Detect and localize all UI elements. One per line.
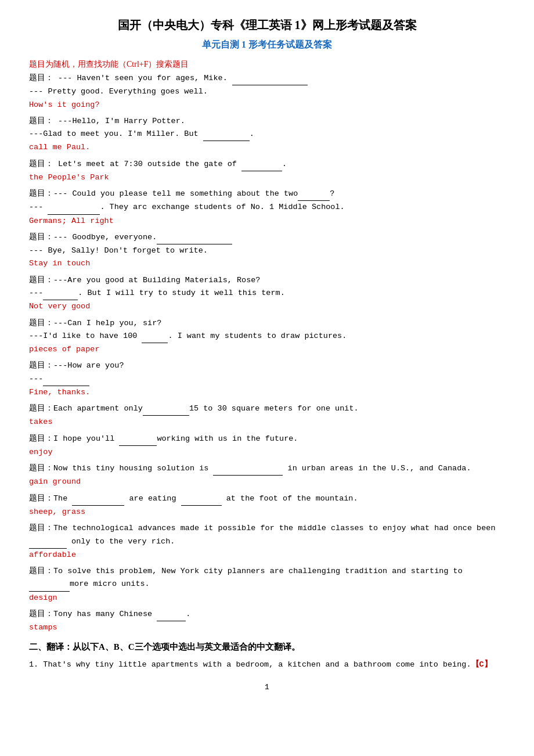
q11-answer: gain ground [29,476,505,488]
question-15: 题目：Tony has many Chinese . stamps [29,608,505,635]
q1-answer: How's it going? [29,99,505,111]
question-10: 题目：I hope you'll working with us in the … [29,433,505,459]
q5-text1: 题目：--- Goodbye, everyone. [29,231,505,244]
sub-title: 单元自测 1 形考任务试题及答案 [29,39,505,51]
q5-answer: Stay in touch [29,257,505,270]
q7-answer: pieces of paper [29,343,505,356]
question-7: 题目：---Can I help you, sir? ---I'd like t… [29,317,505,357]
question-6: 题目：---Are you good at Building Materials… [29,274,505,314]
q2-answer: call me Paul. [29,141,505,154]
q8-text2: --- [29,373,505,386]
q11-text1: 题目：Now this tiny housing solution is in … [29,462,505,476]
question-11: 题目：Now this tiny housing solution is in … [29,462,505,489]
question-13: 题目：The technological advances made it po… [29,522,505,561]
q6-text2: --- . But I will try to study it well th… [29,287,505,300]
question-12: 题目：The are eating at the foot of the mou… [29,492,505,519]
q2-text1: 题目： ---Hello, I'm Harry Potter. [29,115,505,128]
q9-answer: takes [29,416,505,429]
q4-answer: Germans; All right [29,215,505,228]
q15-text1: 题目：Tony has many Chinese . [29,608,505,621]
main-title: 国开（中央电大）专科《理工英语 1》网上形考试题及答案 [29,17,505,33]
q3-text1: 题目： Let's meet at 7:30 outside the gate … [29,158,505,171]
q1-text2: --- Pretty good. Everything goes well. [29,85,505,98]
q2-text2: ---Glad to meet you. I'm Miller. But . [29,128,505,141]
translation-item-1: 1. That's why tiny little apartments wit… [29,658,505,671]
q13-answer: affordable [29,549,505,561]
q4-text2: --- . They arc exchange students of No. … [29,201,505,214]
question-5: 题目：--- Goodbye, everyone. --- Bye, Sally… [29,231,505,271]
q1-text1: 题目： --- Haven't seen you for ages, Mike. [29,72,505,85]
question-1: 题目： --- Haven't seen you for ages, Mike.… [29,72,505,111]
question-2: 题目： ---Hello, I'm Harry Potter. ---Glad … [29,115,505,154]
question-8: 题目：---How are you? --- Fine, thanks. [29,359,505,399]
q14-answer: design [29,592,505,604]
q7-text2: ---I'd like to have 100 . I want my stud… [29,330,505,343]
question-4: 题目：--- Could you please tell me somethin… [29,188,505,228]
page-number: 1 [29,683,505,692]
q5-text2: --- Bye, Sally! Don't forget to write. [29,244,505,257]
q10-answer: enjoy [29,446,505,459]
q4-text1: 题目：--- Could you please tell me somethin… [29,188,505,201]
q6-answer: Not very good [29,300,505,313]
q12-text1: 题目：The are eating at the foot of the mou… [29,492,505,506]
q7-text1: 题目：---Can I help you, sir? [29,317,505,330]
answer-c: 【C】 [471,660,492,669]
section2-title: 二、翻译：从以下A、B、C三个选项中选出与英文最适合的中文翻译。 [29,640,505,655]
q6-text1: 题目：---Are you good at Building Materials… [29,274,505,287]
red-note: 题目为随机，用查找功能（Ctrl+F）搜索题目 [29,59,505,70]
q8-answer: Fine, thanks. [29,386,505,399]
q8-text1: 题目：---How are you? [29,359,505,372]
q15-answer: stamps [29,621,505,634]
q12-answer: sheep, grass [29,506,505,519]
question-3: 题目： Let's meet at 7:30 outside the gate … [29,158,505,185]
q9-text1: 题目：Each apartment only 15 to 30 square m… [29,402,505,416]
q10-text1: 题目：I hope you'll working with us in the … [29,433,505,446]
question-14: 题目：To solve this problem, New York city … [29,565,505,604]
q14-text1: 题目：To solve this problem, New York city … [29,565,505,592]
q13-text1: 题目：The technological advances made it po… [29,522,505,549]
question-9: 题目：Each apartment only 15 to 30 square m… [29,402,505,429]
q3-answer: the People's Park [29,171,505,184]
